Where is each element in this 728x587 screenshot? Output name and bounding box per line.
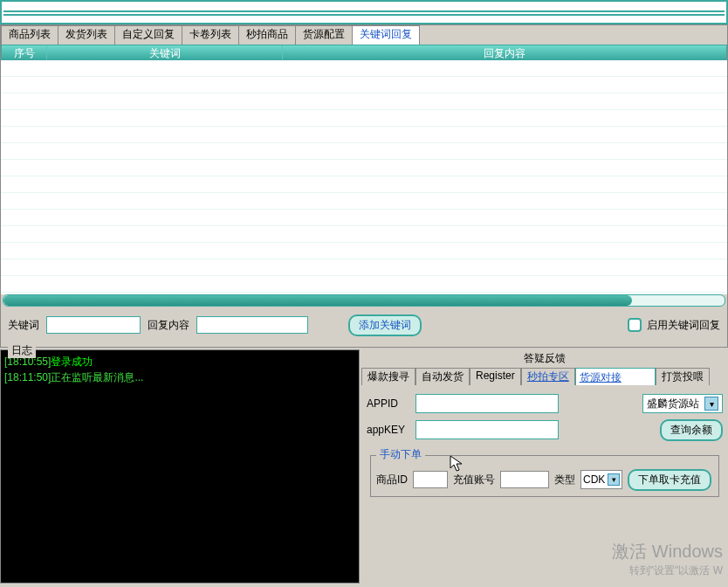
rtab-seckill-zone[interactable]: 秒拍专区 xyxy=(521,368,575,385)
main-panel: 商品列表 发货列表 自定义回复 卡卷列表 秒拍商品 货源配置 关键词回复 序号 … xyxy=(0,24,728,348)
source-select[interactable]: 盛麟货源站 ▾ xyxy=(642,394,723,413)
enable-keyword-checkbox-wrap[interactable]: 启用关键词回复 xyxy=(628,318,720,333)
table-row[interactable] xyxy=(1,143,727,160)
table-row[interactable] xyxy=(1,210,727,226)
scrollbar-thumb[interactable] xyxy=(3,295,632,306)
log-message: 登录成功 xyxy=(51,356,93,368)
right-content: APPID 盛麟货源站 ▾ appKEY 查询余额 手动下单 商品ID 充值账号… xyxy=(361,385,728,506)
appid-label: APPID xyxy=(367,397,410,410)
table-row[interactable] xyxy=(1,77,727,93)
right-title: 答疑反馈 xyxy=(361,349,728,368)
log-line: [18:11:50]正在监听最新消息... xyxy=(1,369,359,385)
tab-seckill[interactable]: 秒拍商品 xyxy=(238,25,296,45)
log-message: 正在监听最新消息... xyxy=(51,371,143,383)
appkey-label: appKEY xyxy=(367,424,410,436)
log-line: [18:10:55]登录成功 xyxy=(1,354,359,369)
rtab-register[interactable]: Register xyxy=(470,368,521,385)
tab-source-config[interactable]: 货源配置 xyxy=(295,25,353,45)
keyword-input[interactable] xyxy=(46,316,141,334)
table-row[interactable] xyxy=(1,176,727,193)
main-tabs: 商品列表 发货列表 自定义回复 卡卷列表 秒拍商品 货源配置 关键词回复 xyxy=(1,25,727,45)
table-row[interactable] xyxy=(1,60,727,77)
grid-header-reply: 回复内容 xyxy=(283,45,726,59)
windows-activation-watermark: 激活 Windows 转到"设置"以激活 W xyxy=(612,540,723,578)
grid-header-keyword: 关键词 xyxy=(47,45,283,59)
chevron-down-icon: ▾ xyxy=(608,473,620,486)
submit-order-button[interactable]: 下单取卡充值 xyxy=(628,469,711,491)
grid-body[interactable] xyxy=(1,60,727,294)
source-select-value: 盛麟货源站 xyxy=(647,397,699,411)
tab-cards[interactable]: 卡卷列表 xyxy=(182,25,239,45)
balance-button[interactable]: 查询余额 xyxy=(660,419,723,441)
right-tabs: 爆款搜寻 自动发货 Register 秒拍专区 货源对接 打赏投喂 xyxy=(361,368,728,385)
table-row[interactable] xyxy=(1,243,727,259)
rtab-donate[interactable]: 打赏投喂 xyxy=(656,368,710,385)
table-row[interactable] xyxy=(1,193,727,210)
type-label: 类型 xyxy=(554,473,575,487)
keyword-label: 关键词 xyxy=(8,318,39,333)
reply-input[interactable] xyxy=(196,316,308,334)
add-keyword-button[interactable]: 添加关键词 xyxy=(348,314,422,336)
right-panel: 答疑反馈 爆款搜寻 自动发货 Register 秒拍专区 货源对接 打赏投喂 A… xyxy=(361,349,728,536)
appkey-row: appKEY 查询余额 xyxy=(367,417,723,443)
grid-header: 序号 关键词 回复内容 xyxy=(1,45,727,60)
reply-label: 回复内容 xyxy=(148,318,189,333)
manual-row: 商品ID 充值账号 类型 CDK ▾ 下单取卡充值 xyxy=(376,468,713,491)
recharge-input[interactable] xyxy=(500,471,549,488)
appid-row: APPID 盛麟货源站 ▾ xyxy=(367,390,723,417)
watermark-line2: 转到"设置"以激活 W xyxy=(612,563,723,578)
type-select[interactable]: CDK ▾ xyxy=(580,470,622,489)
table-row[interactable] xyxy=(1,276,727,293)
grid-header-index: 序号 xyxy=(2,45,47,59)
tab-products[interactable]: 商品列表 xyxy=(1,25,58,45)
title-bar-decor xyxy=(0,0,728,24)
grid-horizontal-scrollbar[interactable] xyxy=(3,294,725,307)
table-row[interactable] xyxy=(1,160,727,176)
enable-keyword-label: 启用关键词回复 xyxy=(647,318,720,333)
log-timestamp: [18:11:50] xyxy=(4,371,51,383)
manual-order-legend: 手动下单 xyxy=(376,447,425,462)
chevron-down-icon: ▾ xyxy=(704,397,718,411)
product-id-label: 商品ID xyxy=(376,473,408,487)
rtab-source-api[interactable]: 货源对接 xyxy=(575,368,656,385)
recharge-label: 充值账号 xyxy=(453,473,495,487)
appid-input[interactable] xyxy=(416,394,559,413)
tab-custom-reply[interactable]: 自定义回复 xyxy=(114,25,182,45)
keyword-inputs-row: 关键词 回复内容 添加关键词 启用关键词回复 xyxy=(1,308,727,342)
log-title: 日志 xyxy=(8,343,36,358)
table-row[interactable] xyxy=(1,110,727,127)
table-row[interactable] xyxy=(1,127,727,143)
table-row[interactable] xyxy=(1,93,727,110)
table-row[interactable] xyxy=(1,259,727,276)
product-id-input[interactable] xyxy=(413,471,448,488)
rtab-hot-search[interactable]: 爆款搜寻 xyxy=(361,368,416,385)
log-body[interactable]: [18:10:55]登录成功 [18:11:50]正在监听最新消息... xyxy=(1,350,359,385)
tab-shipments[interactable]: 发货列表 xyxy=(58,25,115,45)
rtab-auto-ship[interactable]: 自动发货 xyxy=(416,368,470,385)
type-select-value: CDK xyxy=(583,473,605,486)
tab-keyword-reply[interactable]: 关键词回复 xyxy=(352,25,420,45)
enable-keyword-checkbox[interactable] xyxy=(628,318,642,332)
table-row[interactable] xyxy=(1,226,727,243)
log-panel: 日志 [18:10:55]登录成功 [18:11:50]正在监听最新消息... xyxy=(0,349,360,584)
manual-order-fieldset: 手动下单 商品ID 充值账号 类型 CDK ▾ 下单取卡充值 xyxy=(370,455,719,497)
appkey-input[interactable] xyxy=(416,420,559,439)
watermark-line1: 激活 Windows xyxy=(612,540,723,563)
